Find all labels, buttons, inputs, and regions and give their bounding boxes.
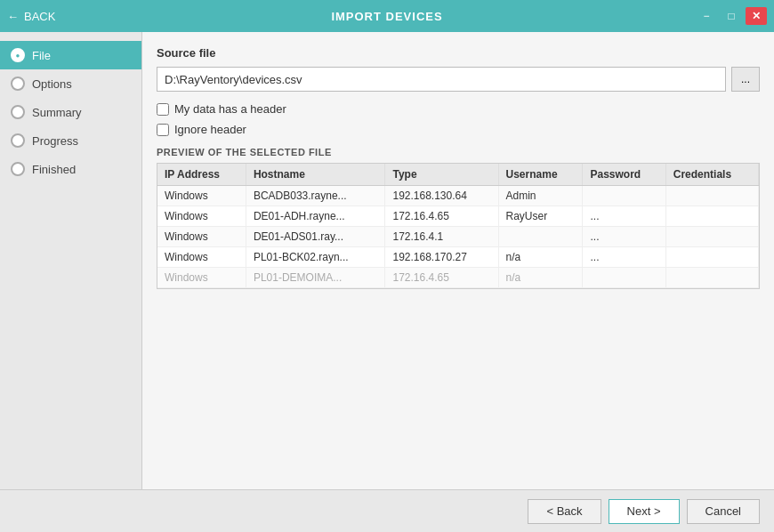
ignore-header-checkbox-row: Ignore header xyxy=(157,123,760,136)
table-cell-2-4: ... xyxy=(583,227,665,247)
table-cell-3-2: 192.168.170.27 xyxy=(385,247,498,268)
table-cell-4-5 xyxy=(665,268,758,288)
table-cell-2-5 xyxy=(665,227,758,247)
table-cell-0-0: Windows xyxy=(157,186,246,206)
table-cell-0-1: BCADB033.rayne... xyxy=(246,186,385,206)
table-cell-3-0: Windows xyxy=(157,247,246,268)
table-cell-2-0: Windows xyxy=(157,227,246,247)
next-footer-button[interactable]: Next > xyxy=(609,499,680,524)
cancel-footer-button[interactable]: Cancel xyxy=(687,499,760,524)
maximize-button[interactable]: □ xyxy=(721,7,742,25)
preview-header-label: PREVIEW OF THE SELECTED FILE xyxy=(157,147,760,157)
table-cell-0-5 xyxy=(665,186,758,206)
table-header-row: IP Address Hostname Type Username Passwo… xyxy=(157,164,759,186)
table-cell-3-5 xyxy=(665,247,758,268)
header-checkbox-row: My data has a header xyxy=(157,102,760,116)
ignore-header-checkbox-label: Ignore header xyxy=(174,123,246,136)
table-cell-4-4 xyxy=(583,268,665,288)
preview-table: IP Address Hostname Type Username Passwo… xyxy=(157,164,759,288)
table-cell-4-1: PL01-DEMOIMA... xyxy=(246,268,385,288)
close-button[interactable]: ✕ xyxy=(746,7,767,25)
sidebar-label-file: File xyxy=(32,49,51,62)
back-footer-button[interactable]: < Back xyxy=(528,499,601,524)
sidebar-step-circle-summary xyxy=(11,105,25,119)
col-header-credentials: Credentials xyxy=(665,164,758,186)
preview-table-container: IP Address Hostname Type Username Passwo… xyxy=(157,163,760,289)
sidebar-step-circle-finished xyxy=(11,162,25,176)
sidebar-step-circle-progress xyxy=(11,133,25,148)
content-area: Source file ... My data has a header Ign… xyxy=(142,32,774,489)
col-header-hostname: Hostname xyxy=(246,164,385,186)
table-cell-1-4: ... xyxy=(583,206,665,227)
table-cell-0-4 xyxy=(583,186,665,206)
sidebar-item-options[interactable]: Options xyxy=(0,69,141,98)
window-controls: − □ ✕ xyxy=(696,7,767,25)
table-cell-0-2: 192.168.130.64 xyxy=(385,186,498,206)
table-cell-4-3: n/a xyxy=(498,268,583,288)
table-cell-1-5 xyxy=(665,206,758,227)
footer: < Back Next > Cancel xyxy=(0,489,774,532)
table-row: WindowsPL01-DEMOIMA...172.16.4.65n/a xyxy=(157,268,759,288)
table-row: WindowsPL01-BCK02.rayn...192.168.170.27n… xyxy=(157,247,759,268)
table-cell-1-1: DE01-ADH.rayne... xyxy=(246,206,385,227)
table-row: WindowsDE01-ADS01.ray...172.16.4.1... xyxy=(157,227,759,247)
window-title: IMPORT DEVICES xyxy=(331,10,442,23)
col-header-type: Type xyxy=(385,164,498,186)
file-input-row: ... xyxy=(157,67,760,92)
table-row: WindowsDE01-ADH.rayne...172.16.4.65RayUs… xyxy=(157,206,759,227)
sidebar-label-finished: Finished xyxy=(32,163,76,176)
table-cell-0-3: Admin xyxy=(498,186,583,206)
table-cell-1-0: Windows xyxy=(157,206,246,227)
col-header-password: Password xyxy=(583,164,665,186)
header-checkbox[interactable] xyxy=(157,103,169,116)
table-cell-1-3: RayUser xyxy=(498,206,583,227)
back-button[interactable]: ← BACK xyxy=(7,10,55,23)
source-file-label: Source file xyxy=(157,46,760,60)
sidebar-step-circle-file xyxy=(11,48,25,62)
file-path-input[interactable] xyxy=(157,67,726,92)
ignore-header-checkbox[interactable] xyxy=(157,124,169,136)
table-cell-4-0: Windows xyxy=(157,268,246,288)
browse-button[interactable]: ... xyxy=(731,67,760,92)
minimize-button[interactable]: − xyxy=(696,7,717,25)
header-checkbox-label: My data has a header xyxy=(174,102,286,116)
col-header-username: Username xyxy=(498,164,583,186)
table-cell-2-3 xyxy=(498,227,583,247)
sidebar-label-progress: Progress xyxy=(32,134,78,148)
sidebar-item-summary[interactable]: Summary xyxy=(0,98,141,126)
table-cell-2-2: 172.16.4.1 xyxy=(385,227,498,247)
table-cell-4-2: 172.16.4.65 xyxy=(385,268,498,288)
main-container: File Options Summary Progress Finished S… xyxy=(0,32,774,489)
back-label: BACK xyxy=(24,10,55,23)
sidebar-item-file[interactable]: File xyxy=(0,41,141,69)
table-cell-1-2: 172.16.4.65 xyxy=(385,206,498,227)
title-bar: ← BACK IMPORT DEVICES − □ ✕ xyxy=(0,0,774,32)
sidebar-label-options: Options xyxy=(32,77,72,91)
table-cell-3-4: ... xyxy=(583,247,665,268)
table-row: WindowsBCADB033.rayne...192.168.130.64Ad… xyxy=(157,186,759,206)
col-header-ipaddress: IP Address xyxy=(157,164,246,186)
table-cell-3-1: PL01-BCK02.rayn... xyxy=(246,247,385,268)
sidebar: File Options Summary Progress Finished xyxy=(0,32,142,489)
table-cell-3-3: n/a xyxy=(498,247,583,268)
sidebar-item-finished[interactable]: Finished xyxy=(0,155,141,183)
table-cell-2-1: DE01-ADS01.ray... xyxy=(246,227,385,247)
sidebar-label-summary: Summary xyxy=(32,106,82,119)
back-arrow-icon: ← xyxy=(7,10,19,23)
sidebar-step-circle-options xyxy=(11,77,25,91)
sidebar-item-progress[interactable]: Progress xyxy=(0,126,141,155)
